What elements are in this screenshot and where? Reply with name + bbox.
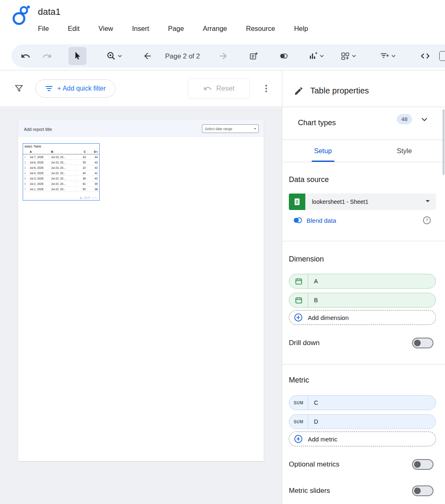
table-cell: Jul 22, 20...: [50, 172, 75, 175]
add-filter-icon: [380, 51, 390, 61]
properties-panel: Table properties Chart types 48 Setup St…: [282, 70, 445, 504]
redo-button[interactable]: [42, 51, 52, 61]
menu-item-arrange[interactable]: Arrange: [203, 25, 227, 33]
kebab-menu-button[interactable]: [261, 84, 271, 95]
reset-button[interactable]: Reset: [188, 78, 250, 99]
row-number: 7: [23, 188, 28, 191]
toolbar: Page 2 of 2: [12, 44, 445, 68]
menu-item-edit[interactable]: Edit: [68, 25, 80, 33]
add-page-icon: [249, 51, 259, 61]
table-pagination[interactable]: 1 - 7 / 7 ‹›: [80, 196, 98, 200]
metric-section-label: Metric: [289, 376, 309, 385]
chart-types-selector[interactable]: Chart types 48: [282, 107, 445, 140]
chevron-down-icon[interactable]: [420, 115, 429, 126]
report-canvas[interactable]: Add report title Select date range ▾ dat…: [0, 107, 282, 504]
sum-aggregation-badge[interactable]: SUM: [289, 396, 308, 410]
page-indicator[interactable]: Page 2 of 2: [165, 52, 200, 60]
optional-metrics-row: Optional metrics: [289, 458, 433, 471]
table-cell: 38: [87, 188, 99, 191]
blend-data-link[interactable]: Blend data: [292, 216, 336, 225]
add-chart-button[interactable]: [308, 51, 324, 61]
sort-caret-icon: ▾: [96, 151, 98, 153]
zoom-tool-button[interactable]: [106, 51, 122, 61]
menu-item-file[interactable]: File: [38, 25, 49, 33]
calendar-icon: [289, 293, 308, 307]
help-icon[interactable]: ?: [422, 216, 431, 226]
prev-page-button[interactable]: [143, 51, 152, 61]
embed-code-button[interactable]: [420, 51, 430, 61]
menu-item-view[interactable]: View: [98, 25, 113, 33]
row-number: 6: [23, 182, 28, 185]
table-chart[interactable]: data1 Table A B C D▾ 1Jul 7, 2025Jul 23,…: [23, 143, 100, 201]
funnel-icon[interactable]: [14, 84, 24, 95]
table-cell: 22: [75, 166, 87, 169]
blend-icon: [279, 51, 288, 61]
data-source-select[interactable]: lookersheet1 - Sheet1: [289, 194, 436, 210]
section-divider: [282, 364, 445, 364]
panel-scrollbar[interactable]: [443, 109, 445, 175]
menu-item-help[interactable]: Help: [294, 25, 308, 33]
drill-down-toggle[interactable]: [412, 338, 433, 348]
blend-button[interactable]: [279, 51, 288, 61]
cursor-icon: [73, 51, 82, 61]
metric-chip-c[interactable]: SUM C: [289, 395, 436, 410]
menu-item-page[interactable]: Page: [168, 25, 184, 33]
table-cell: Jul 22, 20...: [50, 182, 75, 185]
drill-down-row: Drill down: [289, 336, 433, 350]
tab-setup[interactable]: Setup: [282, 140, 364, 162]
table-row: 2Jul 6, 2025Jul 23, 20...2543: [23, 160, 99, 165]
optional-metrics-toggle[interactable]: [412, 459, 433, 470]
row-number: 2: [23, 161, 28, 164]
table-cell: Jul 1, 2025: [28, 188, 50, 191]
pagination-arrows-icon[interactable]: ‹›: [92, 196, 98, 200]
add-control-button[interactable]: [340, 51, 356, 61]
dimension-chip-a[interactable]: A: [289, 274, 436, 289]
column-header-c[interactable]: C: [75, 150, 87, 153]
add-dimension-button[interactable]: Add dimension: [289, 310, 436, 325]
tab-style-label: Style: [397, 147, 412, 155]
plus-circle-icon: [294, 313, 303, 322]
table-cell: 43: [87, 161, 99, 164]
data-source-value: lookersheet1 - Sheet1: [305, 198, 423, 205]
report-page[interactable]: Add report title Select date range ▾ dat…: [18, 120, 264, 461]
report-name[interactable]: data1: [38, 7, 61, 17]
caret-down-icon: [118, 55, 122, 57]
embed-code-icon: [420, 51, 430, 61]
undo-button[interactable]: [21, 51, 30, 61]
dimension-chip-label: B: [308, 297, 318, 303]
dimension-chip-b[interactable]: B: [289, 293, 436, 308]
select-tool-button[interactable]: [68, 47, 87, 65]
sum-aggregation-badge[interactable]: SUM: [289, 415, 308, 429]
toolbar-overflow-partial-icon[interactable]: [439, 51, 445, 61]
metric-chip-label: C: [308, 399, 318, 406]
drill-down-label: Drill down: [289, 339, 320, 347]
table-cell: Jul 22, 20...: [50, 188, 75, 191]
table-cell: Jul 5, 2025: [28, 166, 50, 169]
menu-item-insert[interactable]: Insert: [132, 25, 149, 33]
add-page-button[interactable]: [249, 51, 259, 61]
tab-style[interactable]: Style: [364, 140, 445, 162]
table-row: 7Jul 1, 2025Jul 22, 20...5038: [23, 187, 99, 192]
table-cell: 25: [75, 161, 87, 164]
column-header-d[interactable]: D▾: [87, 150, 99, 153]
report-title-placeholder[interactable]: Add report title: [24, 127, 52, 132]
menu-item-resource[interactable]: Resource: [246, 25, 275, 33]
column-header-b[interactable]: B: [50, 150, 75, 153]
metric-chip-d[interactable]: SUM D: [289, 414, 436, 429]
next-page-button[interactable]: [218, 51, 228, 61]
date-range-control[interactable]: Select date range ▾: [202, 124, 259, 133]
kebab-icon: [261, 84, 271, 93]
looker-studio-logo[interactable]: [11, 5, 30, 26]
add-filter-button[interactable]: [380, 51, 396, 61]
table-cell: 36: [75, 177, 87, 180]
add-metric-button[interactable]: Add metric: [289, 432, 436, 446]
panel-title: Table properties: [310, 86, 369, 96]
column-header-a[interactable]: A: [28, 150, 50, 153]
canvas-column: + Add quick filter Reset Add report titl…: [0, 70, 282, 504]
metric-sliders-row: Metric sliders: [289, 484, 433, 497]
plus-circle-icon: [294, 434, 303, 443]
add-quick-filter-button[interactable]: + Add quick filter: [35, 79, 115, 98]
table-cell: 41: [87, 172, 99, 175]
caret-down-icon: [352, 55, 356, 57]
metric-sliders-toggle[interactable]: [412, 485, 433, 496]
